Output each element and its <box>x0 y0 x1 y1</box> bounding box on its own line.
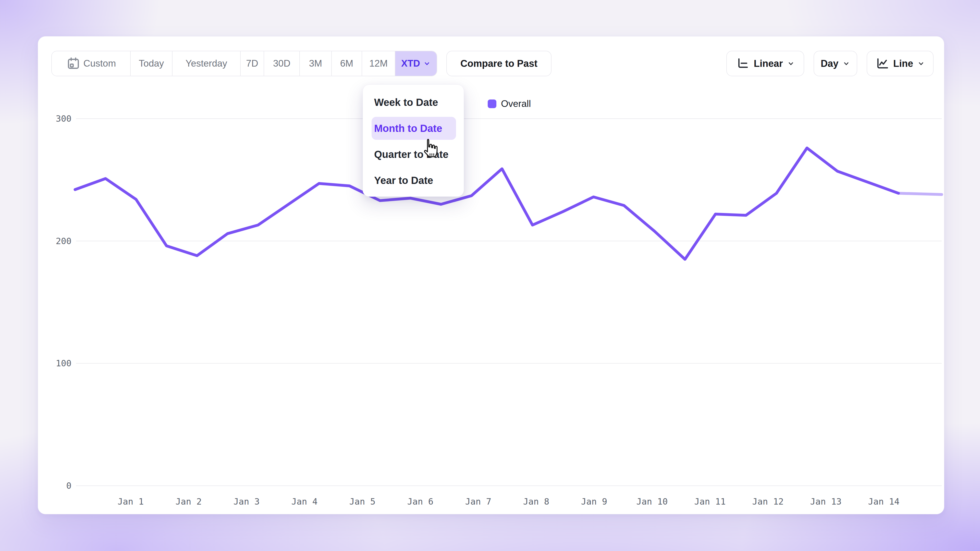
granularity-label: Day <box>821 58 838 69</box>
chevron-down-icon <box>787 60 795 67</box>
menu-item-quarter-to-date[interactable]: Quarter to Date <box>363 141 464 167</box>
legend-swatch-overall <box>488 100 496 108</box>
legend-label-overall: Overall <box>501 98 531 109</box>
compare-to-past-button[interactable]: Compare to Past <box>446 51 552 76</box>
compare-to-past-label: Compare to Past <box>460 58 538 69</box>
range-option-yesterday[interactable]: Yesterday <box>172 51 241 76</box>
linear-scale-icon <box>736 57 749 70</box>
scale-label: Linear <box>754 58 783 69</box>
date-range-group: CustomTodayYesterday7D30D3M6M12MXTD <box>51 51 437 76</box>
scale-select[interactable]: Linear <box>726 51 804 76</box>
range-option-30d[interactable]: 30D <box>264 51 300 76</box>
chevron-down-icon <box>842 60 850 67</box>
range-option-label: 6M <box>340 58 353 69</box>
granularity-select[interactable]: Day <box>814 51 857 76</box>
menu-item-week-to-date[interactable]: Week to Date <box>363 89 464 115</box>
range-option-7d[interactable]: 7D <box>241 51 264 76</box>
calendar-icon <box>66 56 80 71</box>
range-option-label: 30D <box>273 58 290 69</box>
range-option-label: Yesterday <box>186 58 227 69</box>
range-option-label: Today <box>139 58 164 69</box>
menu-item-year-to-date[interactable]: Year to Date <box>363 167 464 193</box>
legend: Overall <box>488 98 531 109</box>
line-chart-icon <box>875 57 889 70</box>
chevron-down-icon <box>423 60 431 67</box>
range-option-label: XTD <box>401 58 420 69</box>
range-dropdown-menu: Week to DateMonth to DateQuarter to Date… <box>363 84 464 197</box>
range-option-xtd[interactable]: XTD <box>395 51 437 76</box>
range-option-today[interactable]: Today <box>130 51 172 76</box>
range-option-6m[interactable]: 6M <box>332 51 362 76</box>
chart-type-select[interactable]: Line <box>867 51 934 76</box>
range-option-3m[interactable]: 3M <box>300 51 332 76</box>
range-option-12m[interactable]: 12M <box>362 51 395 76</box>
chevron-down-icon <box>917 60 925 67</box>
range-option-label: 12M <box>369 58 388 69</box>
range-option-custom[interactable]: Custom <box>52 51 130 76</box>
menu-item-month-to-date[interactable]: Month to Date <box>372 117 456 140</box>
hand-pointer-cursor-icon <box>420 137 440 159</box>
chart-type-label: Line <box>893 58 913 69</box>
range-option-label: 7D <box>246 58 258 69</box>
range-option-label: 3M <box>309 58 322 69</box>
range-option-label: Custom <box>83 58 116 69</box>
page-background: { "toolbar": { "ranges": ["Custom", "Tod… <box>0 0 980 551</box>
analytics-card: CustomTodayYesterday7D30D3M6M12MXTD Comp… <box>38 36 944 514</box>
